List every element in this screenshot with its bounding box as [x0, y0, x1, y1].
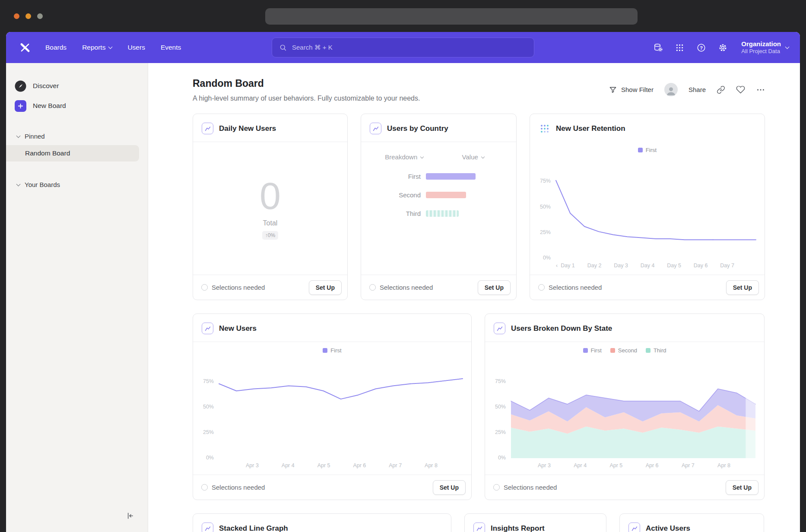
- top-nav-right: ? Organization All Project Data: [653, 40, 789, 55]
- random-board-label: Random Board: [25, 149, 70, 157]
- show-filter-button[interactable]: Show Filter: [609, 86, 654, 94]
- window-close-button[interactable]: [14, 13, 19, 19]
- app-window: Boards Reports Users Events Search ⌘ + K: [6, 32, 800, 532]
- plot-area[interactable]: 75%50%25%0%: [556, 156, 756, 258]
- browser-address-bar[interactable]: [265, 8, 638, 25]
- prev-page-icon[interactable]: ‹: [556, 263, 558, 269]
- set-up-button[interactable]: Set Up: [309, 280, 342, 295]
- page-header: Random Board A high-level summary of use…: [148, 63, 800, 102]
- new-users-chart[interactable]: 75%50%25%0%Apr 3Apr 4Apr 5Apr 6Apr 7Apr …: [199, 356, 463, 469]
- avatar[interactable]: [664, 83, 678, 96]
- nav-reports[interactable]: Reports: [76, 40, 117, 55]
- x-axis-label: Day 4: [641, 263, 655, 269]
- legend-item[interactable]: First: [323, 347, 341, 354]
- x-axis-label: Day 2: [587, 263, 602, 269]
- sidebar-item-new-board[interactable]: New Board: [6, 96, 148, 116]
- card-active-users: Active Users: [619, 513, 764, 532]
- global-search-input[interactable]: Search ⌘ + K: [272, 38, 534, 57]
- window-zoom-button[interactable]: [37, 13, 43, 19]
- search-placeholder: Search ⌘ + K: [292, 44, 333, 51]
- apps-grid-icon[interactable]: [675, 43, 685, 53]
- chevron-down-icon: [108, 45, 113, 49]
- window-controls: [14, 13, 43, 19]
- x-axis-label: Apr 8: [425, 462, 438, 469]
- main-content: Random Board A high-level summary of use…: [148, 63, 800, 532]
- x-axis-label: Apr 8: [717, 462, 730, 469]
- show-filter-label: Show Filter: [621, 86, 654, 93]
- favorite-button[interactable]: [736, 85, 745, 94]
- value-dropdown[interactable]: Value: [439, 153, 508, 161]
- board-actions: Show Filter Share: [609, 83, 765, 96]
- copy-link-button[interactable]: [717, 86, 725, 94]
- search-icon: [279, 44, 287, 52]
- x-axis-label: Day 5: [667, 263, 681, 269]
- bar-label: Second: [370, 191, 421, 199]
- line-chart-icon: [202, 123, 213, 134]
- card-title: Users Broken Down By State: [511, 324, 612, 333]
- radio-circle-icon: [201, 284, 208, 291]
- mixpanel-logo-icon[interactable]: [19, 41, 31, 54]
- y-axis-label: 0%: [197, 455, 214, 461]
- line-chart-icon: [202, 323, 213, 334]
- bar: [426, 192, 466, 198]
- nav-users-label: Users: [127, 44, 145, 51]
- legend-item[interactable]: First: [638, 147, 657, 153]
- sidebar-item-discover[interactable]: Discover: [6, 76, 148, 96]
- set-up-button[interactable]: Set Up: [726, 280, 759, 295]
- x-axis-labels: Apr 3Apr 4Apr 5Apr 6Apr 7Apr 8: [219, 458, 463, 469]
- set-up-button[interactable]: Set Up: [478, 280, 511, 295]
- nav-events[interactable]: Events: [155, 40, 187, 55]
- plot-area[interactable]: 75%50%25%0%: [511, 356, 755, 458]
- collapse-sidebar-button[interactable]: [124, 510, 136, 523]
- window-minimize-button[interactable]: [25, 13, 31, 19]
- ellipsis-icon: [756, 85, 765, 95]
- state-stacked-chart[interactable]: 75%50%25%0%Apr 3Apr 4Apr 5Apr 6Apr 7Apr …: [491, 356, 755, 469]
- page-subtitle: A high-level summary of user behaviors. …: [193, 95, 420, 102]
- data-management-icon[interactable]: [653, 43, 663, 53]
- status-label: Selections needed: [380, 284, 433, 291]
- y-axis-label: 25%: [489, 429, 506, 435]
- legend-item[interactable]: First: [583, 347, 602, 354]
- set-up-button[interactable]: Set Up: [433, 480, 466, 495]
- metric-body: 0 Total ↑0%: [193, 142, 347, 275]
- new-board-plus-icon: [15, 100, 26, 112]
- nav-users[interactable]: Users: [122, 40, 150, 55]
- x-axis-label: Apr 4: [282, 462, 295, 469]
- nav-events-label: Events: [161, 44, 181, 51]
- set-up-button[interactable]: Set Up: [726, 480, 758, 495]
- sidebar-section-your-boards[interactable]: Your Boards: [6, 177, 148, 192]
- nav-boards[interactable]: Boards: [40, 40, 72, 55]
- legend-label: Second: [618, 347, 637, 354]
- x-axis-label: Apr 7: [682, 462, 695, 469]
- plot-area[interactable]: 75%50%25%0%: [219, 356, 463, 458]
- card-title: New Users: [219, 324, 257, 333]
- legend-swatch: [638, 148, 643, 152]
- settings-gear-icon[interactable]: [718, 43, 728, 53]
- chevron-down-icon: [16, 182, 21, 187]
- more-options-button[interactable]: [756, 85, 765, 95]
- sidebar-section-pinned[interactable]: Pinned: [6, 129, 148, 143]
- discover-icon: [15, 80, 26, 92]
- y-axis-label: 50%: [533, 204, 551, 210]
- share-button[interactable]: Share: [689, 86, 706, 93]
- card-title: Active Users: [646, 524, 690, 532]
- help-icon[interactable]: ?: [696, 43, 706, 53]
- org-switcher[interactable]: Organization All Project Data: [741, 40, 789, 55]
- legend-item[interactable]: Second: [610, 347, 637, 354]
- chart-legend: First: [530, 142, 765, 154]
- nav-reports-label: Reports: [82, 44, 105, 51]
- retention-chart[interactable]: 75%50%25%0%‹Day 1Day 2Day 3Day 4Day 5Day…: [536, 156, 756, 269]
- legend-label: First: [646, 147, 657, 153]
- legend-item[interactable]: Third: [646, 347, 666, 354]
- radio-circle-icon: [369, 284, 376, 291]
- window-titlebar: [0, 0, 806, 32]
- chevron-down-icon: [785, 45, 790, 49]
- top-nav: Boards Reports Users Events Search ⌘ + K: [6, 32, 800, 63]
- sidebar: Discover New Board Pinned Random Board: [6, 63, 148, 532]
- x-axis-label: Apr 4: [574, 462, 587, 469]
- chevron-down-icon: [420, 155, 424, 158]
- sidebar-item-random-board[interactable]: Random Board: [6, 145, 139, 162]
- breakdown-dropdown[interactable]: Breakdown: [370, 153, 439, 161]
- svg-text:?: ?: [700, 45, 703, 50]
- card-insights-report: Insights Report: [464, 513, 606, 532]
